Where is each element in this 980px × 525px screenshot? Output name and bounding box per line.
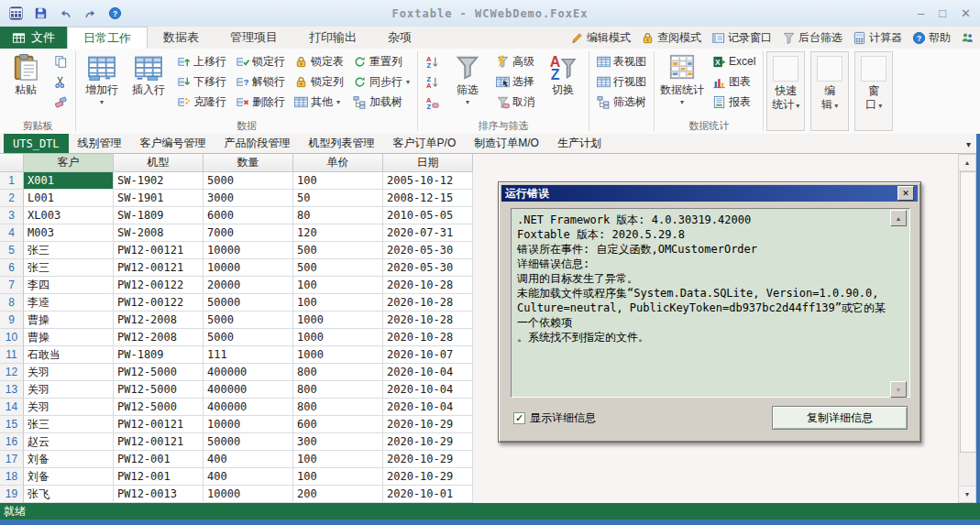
sheet-tab[interactable]: 制造订单M/O <box>465 134 548 153</box>
quick-command[interactable]: 查阅模式 <box>641 30 701 46</box>
table-cell[interactable]: PW12-2008 <box>114 329 204 346</box>
table-cell[interactable]: 2020-10-01 <box>383 486 473 503</box>
row-number[interactable]: 15 <box>0 416 24 433</box>
table-cell[interactable]: 5000 <box>204 329 293 346</box>
window-maximize-button[interactable]: □ <box>939 6 946 20</box>
table-cell[interactable]: 300 <box>293 433 383 451</box>
ribbon-icon-button[interactable] <box>421 92 444 112</box>
table-cell[interactable]: PW12-00122 <box>114 277 204 294</box>
table-cell[interactable]: 1000 <box>293 312 383 329</box>
row-number[interactable]: 12 <box>0 364 24 381</box>
table-cell[interactable]: XL003 <box>24 207 114 224</box>
table-cell[interactable]: 5000 <box>204 172 293 190</box>
table-cell[interactable]: 2020-05-30 <box>383 242 473 259</box>
ribbon-tab[interactable]: 杂项 <box>372 27 427 49</box>
table-cell[interactable]: PW12-0013 <box>114 486 204 503</box>
row-number[interactable]: 18 <box>0 468 24 486</box>
row-number[interactable]: 7 <box>0 277 24 294</box>
table-cell[interactable]: PW12-00121 <box>114 416 204 433</box>
ribbon-small-button[interactable]: 同步行 <box>348 71 414 92</box>
table-cell[interactable]: PW12-5000 <box>114 381 204 399</box>
table-cell[interactable]: 111 <box>204 346 293 364</box>
table-cell[interactable]: PW-1809 <box>114 346 204 364</box>
ribbon-tab[interactable]: 数据表 <box>148 27 215 49</box>
table-cell[interactable]: 2020-10-29 <box>383 468 473 486</box>
table-cell[interactable]: PW12-00121 <box>114 242 204 259</box>
table-cell[interactable]: 1000 <box>293 329 383 346</box>
table-cell[interactable]: 10000 <box>204 259 293 277</box>
table-cell[interactable]: 50000 <box>204 433 293 451</box>
table-cell[interactable]: 120 <box>293 224 383 242</box>
table-cell[interactable]: 2020-10-29 <box>383 451 473 468</box>
table-cell[interactable]: 张三 <box>24 416 114 433</box>
ribbon-small-button[interactable]: 取消 <box>491 92 539 112</box>
column-header[interactable]: 日期 <box>383 154 473 172</box>
table-cell[interactable]: 2020-10-29 <box>383 416 473 433</box>
quick-command[interactable]: 记录窗口 <box>711 30 772 46</box>
table-cell[interactable]: L001 <box>24 190 114 207</box>
table-cell[interactable]: SW-1809 <box>114 207 204 224</box>
ribbon-small-button[interactable]: Excel <box>708 51 760 71</box>
table-cell[interactable]: PW12-001 <box>114 451 204 468</box>
table-cell[interactable]: 2020-10-28 <box>383 277 473 294</box>
table-cell[interactable]: 400000 <box>204 399 293 416</box>
row-number[interactable]: 3 <box>0 207 24 224</box>
grid-corner-cell[interactable] <box>0 154 24 172</box>
table-cell[interactable]: 400000 <box>204 381 293 399</box>
table-cell[interactable]: PW12-5000 <box>114 364 204 381</box>
table-cell[interactable]: 50 <box>293 190 383 207</box>
table-cell[interactable]: X001 <box>24 172 114 190</box>
table-cell[interactable]: PW12-001 <box>114 468 204 486</box>
table-cell[interactable]: PW12-00121 <box>114 433 204 451</box>
ribbon-tab[interactable]: 打印输出 <box>293 27 372 49</box>
table-cell[interactable]: 80 <box>293 207 383 224</box>
table-cell[interactable]: 400 <box>204 451 293 468</box>
ribbon-small-button[interactable]: 筛选树 <box>592 92 651 112</box>
table-cell[interactable]: 1000 <box>293 346 383 364</box>
sheet-tab[interactable]: UTS_DTL <box>4 134 69 153</box>
quick-command[interactable]: 帮助 <box>912 30 951 46</box>
table-cell[interactable]: 曹操 <box>24 312 114 329</box>
table-cell[interactable]: 2020-10-29 <box>383 433 473 451</box>
scroll-up-icon[interactable] <box>959 155 975 171</box>
qat-undo-icon[interactable] <box>55 5 75 23</box>
ribbon-small-button[interactable]: 行视图 <box>592 71 651 92</box>
table-cell[interactable]: 100 <box>293 172 383 190</box>
table-cell[interactable]: 2020-10-28 <box>383 329 473 346</box>
filter-button[interactable]: 筛选 <box>445 49 490 119</box>
table-cell[interactable]: PW12-00122 <box>114 294 204 312</box>
quick-command[interactable] <box>961 31 974 45</box>
table-cell[interactable]: 刘备 <box>24 468 114 486</box>
table-cell[interactable]: 关羽 <box>24 399 114 416</box>
edit-button[interactable]: 编辑 <box>810 51 849 131</box>
table-cell[interactable]: 曹操 <box>24 329 114 346</box>
quick-command[interactable]: 计算器 <box>853 30 902 46</box>
table-cell[interactable]: 2020-10-28 <box>383 312 473 329</box>
table-cell[interactable]: 李四 <box>24 277 114 294</box>
table-cell[interactable]: 7000 <box>204 224 293 242</box>
add-row-button[interactable]: 增加行 <box>79 49 125 119</box>
table-cell[interactable]: PW12-5000 <box>114 399 204 416</box>
ribbon-small-button[interactable]: 重置列 <box>348 51 414 71</box>
copy-details-button[interactable]: 复制详细信息 <box>772 406 908 430</box>
table-cell[interactable]: 2005-10-12 <box>383 172 473 190</box>
table-cell[interactable]: M003 <box>24 224 114 242</box>
table-cell[interactable]: 50000 <box>204 294 293 312</box>
table-cell[interactable]: SW-2008 <box>114 224 204 242</box>
row-number[interactable]: 5 <box>0 242 24 259</box>
sheet-tab[interactable]: 机型列表管理 <box>300 134 384 153</box>
table-cell[interactable]: SW-1902 <box>114 172 204 190</box>
table-cell[interactable]: 800 <box>293 364 383 381</box>
ribbon-icon-button[interactable] <box>421 71 444 92</box>
row-number[interactable]: 16 <box>0 433 24 451</box>
ribbon-icon-button[interactable] <box>50 92 72 112</box>
dialog-close-icon[interactable] <box>897 186 914 201</box>
ribbon-small-button[interactable]: 选择 <box>491 71 539 92</box>
table-cell[interactable]: 500 <box>293 259 383 277</box>
quick-command[interactable]: 编辑模式 <box>570 30 631 46</box>
show-details-checkbox[interactable] <box>513 412 525 424</box>
file-menu-button[interactable]: 文件 <box>0 27 67 49</box>
table-cell[interactable]: 10000 <box>204 242 293 259</box>
data-stats-button[interactable]: 数据统计 <box>657 49 707 119</box>
table-cell[interactable]: 100 <box>293 277 383 294</box>
